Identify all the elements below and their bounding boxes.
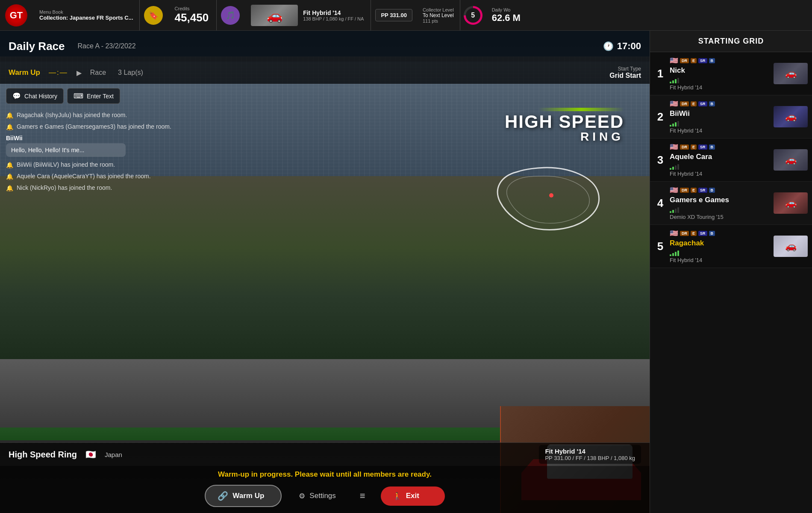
grid-car-2: Fit Hybrid '14 — [670, 127, 770, 134]
daily-wo-label: Daily Wo — [492, 7, 521, 12]
grid-car-3: Fit Hybrid '14 — [670, 171, 770, 177]
track-map — [479, 159, 615, 245]
warmup-button-label: Warm Up — [232, 492, 264, 500]
bottom-bar: Warm-up in progress. Please wait until a… — [0, 466, 650, 513]
signal-bar-3d — [677, 164, 679, 170]
chat-sender-biiwii: BiiWii — [6, 135, 174, 142]
credits-section: Credits 45,450 — [167, 0, 217, 30]
grid-pos-1: 1 — [654, 67, 666, 80]
warmup-bar: Warm Up —:— ▶ Race 3 Lap(s) Start Type G… — [0, 62, 650, 84]
settings-button[interactable]: ⚙ Settings — [290, 486, 344, 506]
warmup-button[interactable]: 🔗 Warm Up — [205, 485, 282, 507]
warmup-label: Warm Up — [9, 68, 40, 77]
menu-book-value: Collection: Japanese FR Sports C... — [39, 15, 133, 21]
race-hud-top: Daily Race Race A - 23/2/2022 🕐 17:00 — [0, 31, 650, 62]
grid-flag-3: 🇺🇸 — [670, 143, 678, 151]
grid-entry-2: 2 🇺🇸 DR E SR B BiiWii Fit Hybrid '14 — [650, 95, 812, 139]
car-detail-box: Fit Hybrid '14 PP 331.00 / FF / 138 BHP … — [539, 445, 641, 464]
collector-pts: 111 pts — [423, 18, 454, 24]
grid-name-3: Aquele Cara — [670, 153, 770, 161]
bell-icon-4: 🔔 — [6, 173, 13, 180]
main-area: HIGH SPEED RING Daily Race Race A - 23/2… — [0, 31, 812, 513]
chat-history-button[interactable]: 💬 Chat History — [6, 88, 64, 104]
top-bar: GT Menu Book Collection: Japanese FR Spo… — [0, 0, 812, 31]
signal-bar-4d — [677, 207, 679, 213]
start-type-section: Start Type Grid Start — [609, 66, 641, 80]
grid-info-1: 🇺🇸 DR E SR B Nick Fit Hybrid '14 — [670, 56, 770, 91]
music-icon[interactable]: 🎵 — [221, 6, 240, 25]
grid-car-img-1 — [774, 63, 808, 84]
signal-bar-1a — [670, 82, 671, 83]
grid-info-2: 🇺🇸 DR E SR B BiiWii Fit Hybrid '14 — [670, 100, 770, 134]
exit-button[interactable]: 🚶 Exit — [381, 486, 445, 506]
chat-history-label: Chat History — [24, 93, 57, 100]
b-badge-5: B — [709, 231, 715, 236]
signal-bars-2 — [670, 120, 770, 127]
race-subtitle: Race A - 23/2/2022 — [78, 42, 136, 50]
b-badge-1: B — [709, 58, 715, 63]
sr-badge-4: SR — [698, 188, 707, 193]
grid-entry-5: 5 🇺🇸 DR E SR B Ragachak Fit Hybrid '14 — [650, 225, 812, 268]
dr-badge-3: DR — [680, 144, 689, 150]
warmup-link-icon: 🔗 — [218, 491, 228, 501]
dr-badge-2: DR — [680, 101, 689, 106]
signal-bar-4a — [670, 211, 671, 213]
grid-name-1: Nick — [670, 66, 770, 75]
grid-car-1: Fit Hybrid '14 — [670, 84, 770, 91]
start-type-value: Grid Start — [609, 72, 641, 80]
grid-header: STARTING GRID — [650, 31, 812, 52]
collector-section: Collector Level To Next Level 111 pts — [417, 0, 460, 30]
exit-run-icon: 🚶 — [393, 492, 402, 501]
start-type-label: Start Type — [609, 66, 641, 72]
gt-logo: GT — [5, 4, 27, 27]
grid-car-5: Fit Hybrid '14 — [670, 257, 770, 263]
warmup-arrow: ▶ — [76, 69, 82, 77]
sr-badge-2: SR — [698, 101, 707, 106]
country-flag: 🇯🇵 — [85, 449, 96, 460]
bottom-buttons: 🔗 Warm Up ⚙ Settings ≡ 🚶 Exit — [0, 485, 650, 513]
e-badge-2: E — [691, 101, 697, 106]
grid-info-4: 🇺🇸 DR E SR B Gamers e Games Demio XD Tou… — [670, 186, 770, 220]
menu-book-icon[interactable]: 🔖 — [144, 6, 163, 25]
grid-info-5: 🇺🇸 DR E SR B Ragachak Fit Hybrid '14 — [670, 229, 770, 263]
grid-badges-5: 🇺🇸 DR E SR B — [670, 229, 770, 237]
signal-bars-4 — [670, 206, 770, 213]
e-badge-5: E — [691, 231, 697, 236]
e-badge-4: E — [691, 188, 697, 193]
chat-notification-2: 🔔 Gamers e Games (Gamersegames3) has joi… — [6, 123, 174, 130]
warmup-laps: 3 Lap(s) — [118, 69, 143, 77]
signal-bar-2a — [670, 125, 671, 127]
chat-notification-4: 🔔 Aquele Cara (AqueleCaraYT) has joined … — [6, 173, 174, 180]
car-info: Fit Hybrid '14 138 BHP / 1,080 kg / FF /… — [303, 9, 364, 21]
grid-car-img-5 — [774, 236, 808, 257]
sr-badge-5: SR — [698, 231, 707, 236]
right-panel: STARTING GRID 1 🇺🇸 DR E SR B Nick — [650, 31, 812, 513]
menu-book-label: Menu Book — [39, 9, 133, 15]
signal-bar-5c — [675, 252, 677, 256]
grid-name-5: Ragachak — [670, 239, 770, 248]
grid-flag-2: 🇺🇸 — [670, 100, 678, 108]
signal-bar-3c — [675, 165, 677, 170]
grid-flag-4: 🇺🇸 — [670, 186, 678, 194]
game-view: HIGH SPEED RING Daily Race Race A - 23/2… — [0, 31, 650, 513]
grid-car-img-2 — [774, 106, 808, 127]
car-detail-name: Fit Hybrid '14 — [545, 448, 635, 455]
chat-notification-1: 🔔 Ragachak (IshyJulu) has joined the roo… — [6, 112, 174, 119]
chat-toolbar: 💬 Chat History ⌨ Enter Text — [0, 84, 179, 108]
signal-bar-4b — [672, 210, 674, 213]
signal-bars-1 — [670, 77, 770, 83]
signal-bar-5b — [672, 253, 674, 256]
warmup-dashes: —:— — [49, 68, 68, 77]
signal-bar-2d — [677, 121, 679, 127]
dr-badge-1: DR — [680, 58, 689, 63]
menu-button[interactable]: ≡ — [353, 485, 372, 507]
hsr-text-line1: HIGH SPEED — [505, 113, 624, 131]
enter-text-button[interactable]: ⌨ Enter Text — [67, 88, 120, 104]
country-name: Japan — [105, 451, 122, 458]
collector-sublabel: To Next Level — [423, 12, 454, 18]
hsr-logo: HIGH SPEED RING — [505, 108, 624, 143]
time-value: 17:00 — [617, 41, 641, 52]
chat-overlay: 💬 Chat History ⌨ Enter Text 🔔 Ragachak (… — [0, 84, 179, 462]
grid-car-img-4 — [774, 192, 808, 214]
bell-icon-2: 🔔 — [6, 124, 13, 130]
